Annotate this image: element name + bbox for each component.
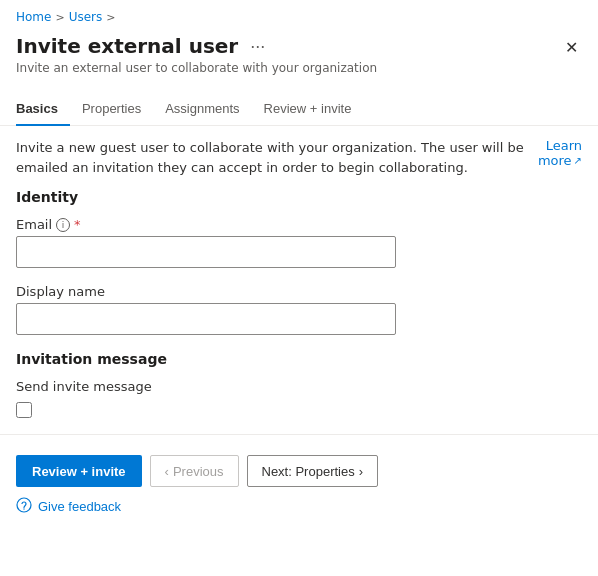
tab-properties[interactable]: Properties <box>70 93 153 126</box>
learn-more-row: Learn <box>546 138 582 153</box>
email-label-text: Email <box>16 217 52 232</box>
svg-point-0 <box>17 498 31 512</box>
email-required-star: * <box>74 217 81 232</box>
page-title: Invite external user <box>16 34 238 58</box>
identity-section: Identity Email i * Display name <box>0 189 598 335</box>
footer: Review + invite ‹ Previous Next: Propert… <box>0 447 598 516</box>
breadcrumb-sep1: > <box>55 11 64 24</box>
title-row: Invite external user ··· <box>16 34 561 58</box>
tab-review-invite[interactable]: Review + invite <box>252 93 364 126</box>
ellipsis-menu-button[interactable]: ··· <box>246 35 269 57</box>
review-invite-button[interactable]: Review + invite <box>16 455 142 487</box>
send-invite-label: Send invite message <box>16 379 582 394</box>
learn-more-link[interactable]: Learn more ↗ <box>538 138 582 168</box>
more-row: more ↗ <box>538 153 582 168</box>
next-properties-button[interactable]: Next: Properties › <box>247 455 379 487</box>
next-label: Next: Properties <box>262 464 355 479</box>
footer-buttons: Review + invite ‹ Previous Next: Propert… <box>16 455 582 487</box>
next-chevron-icon: › <box>359 464 363 479</box>
info-banner: Invite a new guest user to collaborate w… <box>0 126 598 189</box>
breadcrumb: Home > Users > <box>0 0 598 30</box>
display-name-label-text: Display name <box>16 284 105 299</box>
display-name-field-group: Display name <box>16 284 582 335</box>
info-banner-text: Invite a new guest user to collaborate w… <box>16 138 530 177</box>
give-feedback-label: Give feedback <box>38 499 121 514</box>
svg-point-1 <box>23 508 24 509</box>
display-name-input[interactable] <box>16 303 396 335</box>
tab-assignments[interactable]: Assignments <box>153 93 251 126</box>
previous-button[interactable]: ‹ Previous <box>150 455 239 487</box>
external-link-icon: ↗ <box>574 155 582 166</box>
breadcrumb-sep2: > <box>106 11 115 24</box>
more-label: more <box>538 153 572 168</box>
learn-more-label: Learn <box>546 138 582 153</box>
page-header: Invite external user ··· Invite an exter… <box>0 30 598 77</box>
invitation-message-section: Invitation message Send invite message <box>0 351 598 418</box>
send-invite-checkbox[interactable] <box>16 402 32 418</box>
feedback-icon <box>16 497 32 516</box>
breadcrumb-home[interactable]: Home <box>16 10 51 24</box>
prev-chevron-icon: ‹ <box>165 464 169 479</box>
close-button[interactable]: ✕ <box>561 34 582 61</box>
breadcrumb-users[interactable]: Users <box>69 10 103 24</box>
invitation-message-heading: Invitation message <box>16 351 582 367</box>
give-feedback-button[interactable]: Give feedback <box>16 497 121 516</box>
page-subtitle: Invite an external user to collaborate w… <box>16 61 561 75</box>
email-label: Email i * <box>16 217 582 232</box>
identity-heading: Identity <box>16 189 582 205</box>
email-field-group: Email i * <box>16 217 582 268</box>
tab-basics[interactable]: Basics <box>16 93 70 126</box>
email-info-icon[interactable]: i <box>56 218 70 232</box>
email-input[interactable] <box>16 236 396 268</box>
tab-bar: Basics Properties Assignments Review + i… <box>0 81 598 126</box>
display-name-label: Display name <box>16 284 582 299</box>
previous-label: Previous <box>173 464 224 479</box>
footer-divider <box>0 434 598 435</box>
header-left: Invite external user ··· Invite an exter… <box>16 34 561 75</box>
